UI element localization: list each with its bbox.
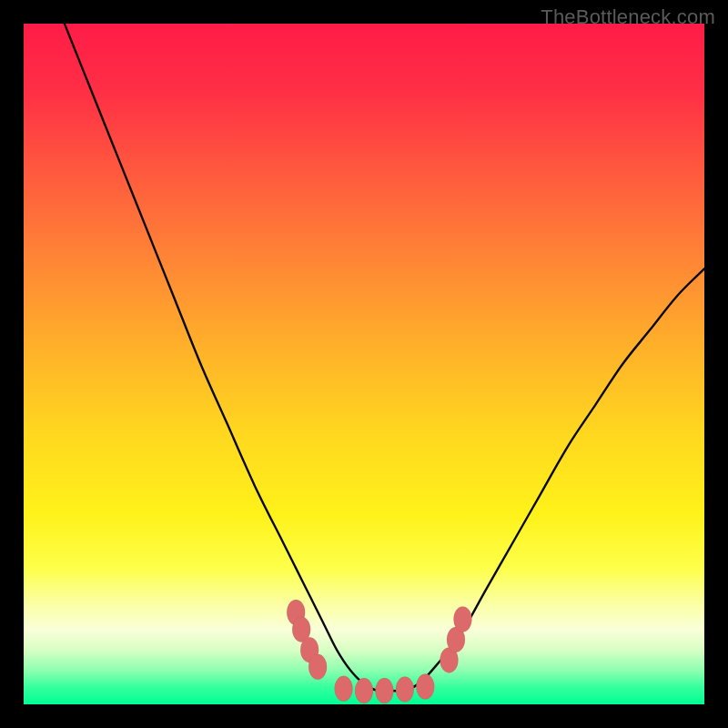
bottleneck-curve-markers xyxy=(287,600,471,703)
chart-container: TheBottleneck.com xyxy=(0,0,728,728)
data-marker xyxy=(453,607,471,632)
chart-plot-area xyxy=(24,24,704,704)
data-marker xyxy=(375,678,393,703)
data-marker xyxy=(355,678,373,703)
bottleneck-curve-chart xyxy=(24,24,704,704)
bottleneck-curve-line xyxy=(65,24,704,692)
watermark-text: TheBottleneck.com xyxy=(541,5,715,29)
data-marker xyxy=(396,677,414,703)
data-marker xyxy=(308,654,327,680)
data-marker xyxy=(416,674,434,700)
data-marker xyxy=(335,676,353,702)
